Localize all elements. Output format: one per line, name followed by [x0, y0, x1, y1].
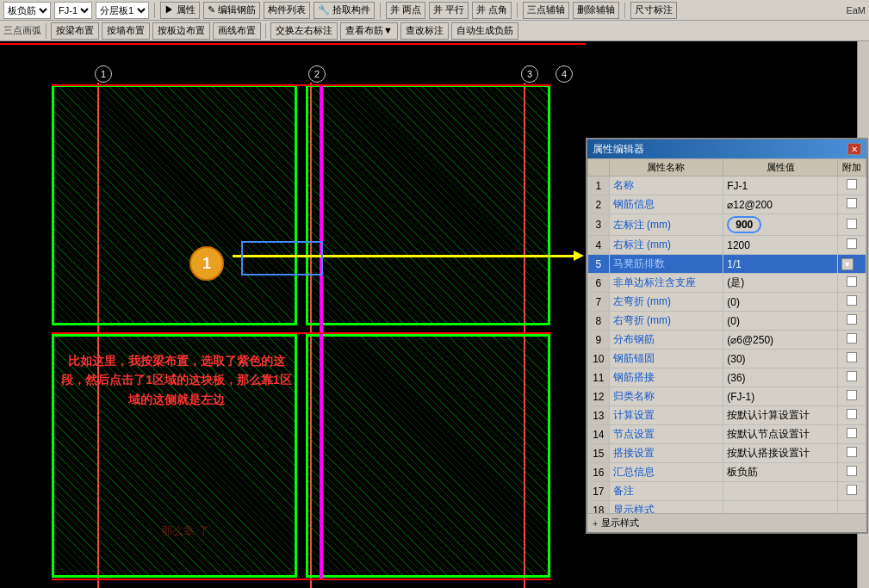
ruler-mark-2: 2 — [308, 65, 326, 83]
edit-rebar-btn[interactable]: ✎ 编辑钢筋 — [203, 2, 260, 19]
row-add-checkbox[interactable] — [837, 293, 866, 312]
row-property-name: 钢筋信息 — [609, 195, 723, 214]
table-row: 9分布钢筋(⌀6@250) — [588, 331, 866, 350]
add-checkbox[interactable] — [847, 466, 857, 476]
add-checkbox[interactable] — [847, 198, 857, 208]
row-property-value[interactable]: 1/1 — [723, 255, 838, 274]
add-checkbox[interactable] — [847, 219, 857, 229]
annotation-faded: 那么靠 了 — [78, 523, 293, 539]
row-add-checkbox[interactable] — [837, 331, 866, 350]
delete-axis-btn[interactable]: 删除辅轴 — [573, 2, 619, 19]
row-property-name: 搭接设置 — [609, 444, 723, 463]
dropdown-arrow-icon[interactable]: ▼ — [841, 258, 853, 270]
row-property-value: 按默认计算设置计 — [723, 406, 838, 425]
add-checkbox[interactable] — [847, 447, 857, 457]
row-property-value: (30) — [723, 350, 838, 368]
toolbar-primary: 板负筋 FJ-1 分层板1 ▶ 属性 ✎ 编辑钢筋 构件列表 🔧 拾取构件 并 … — [0, 0, 869, 21]
check-rebar-btn[interactable]: 查看布筋▼ — [340, 22, 398, 40]
row-add-checkbox[interactable] — [837, 406, 866, 425]
row-add-checkbox[interactable] — [837, 463, 866, 482]
row-add-checkbox[interactable] — [837, 482, 866, 501]
layer-select[interactable]: 分层板1 — [96, 2, 149, 19]
row-num: 9 — [588, 331, 610, 350]
by-wall-btn[interactable]: 按墙布置 — [102, 22, 150, 40]
table-row: 1名称FJ-1 — [588, 176, 866, 195]
add-checkbox[interactable] — [847, 428, 857, 438]
row-property-value: FJ-1 — [723, 176, 838, 195]
row-num: 5 — [588, 255, 610, 274]
exchange-lr-btn[interactable]: 交换左右标注 — [270, 22, 338, 40]
row-num: 7 — [588, 293, 610, 312]
row-add-checkbox[interactable] — [837, 387, 866, 406]
separator1 — [154, 3, 155, 18]
row-add-checkbox[interactable] — [837, 368, 866, 387]
add-checkbox[interactable] — [847, 390, 857, 400]
add-checkbox[interactable] — [847, 333, 857, 344]
add-checkbox[interactable] — [847, 238, 857, 249]
row-property-value[interactable]: 900 — [723, 214, 838, 236]
row-add-checkbox[interactable] — [837, 195, 866, 214]
component-list-btn[interactable]: 构件列表 — [264, 2, 310, 19]
row-add-checkbox[interactable] — [837, 176, 866, 195]
selection-rect — [241, 241, 323, 275]
row-property-name: 钢筋搭接 — [609, 368, 723, 387]
row-property-name: 名称 — [609, 176, 723, 195]
row-property-value: (36) — [723, 368, 838, 387]
add-checkbox[interactable] — [847, 295, 857, 306]
rebar-name-select[interactable]: FJ-1 — [54, 2, 92, 19]
row-add-checkbox[interactable] — [837, 236, 866, 255]
row-add-checkbox[interactable] — [837, 444, 866, 463]
table-row: 3左标注 (mm)900 — [588, 214, 866, 236]
property-editor-panel: 属性编辑器 ✕ 属性名称 属性值 附加 1名称FJ-12钢筋信息⌀12@2003… — [586, 138, 868, 534]
row-add-checkbox[interactable]: ▼ — [837, 255, 866, 274]
row-property-value: 1200 — [723, 236, 838, 255]
check-modify-btn[interactable]: 查改标注 — [400, 22, 449, 40]
add-checkbox[interactable] — [847, 485, 857, 495]
row-property-name: 左标注 (mm) — [609, 214, 723, 236]
point-angle-btn[interactable]: 并 点角 — [472, 2, 512, 19]
add-checkbox[interactable] — [847, 371, 857, 381]
row-num: 8 — [588, 312, 610, 331]
add-checkbox[interactable] — [847, 314, 857, 325]
by-beam-btn[interactable]: 按梁布置 — [51, 22, 99, 40]
rebar-type-select[interactable]: 板负筋 — [3, 2, 51, 19]
property-editor-close-btn[interactable]: ✕ — [847, 143, 861, 155]
row-property-value: (FJ-1) — [723, 387, 838, 406]
pick-component-btn[interactable]: 🔧 拾取构件 — [313, 2, 375, 19]
draw-line-btn[interactable]: 画线布置 — [213, 22, 261, 40]
row-add-checkbox[interactable] — [837, 350, 866, 368]
annotation-main: 比如这里，我按梁布置，选取了紫色的这段，然后点击了1区域的这块板，那么靠1区域的… — [60, 351, 293, 409]
add-checkbox[interactable] — [847, 409, 857, 419]
row-property-value: ⌀12@200 — [723, 195, 838, 214]
row-num: 15 — [588, 444, 610, 463]
row-property-name: 汇总信息 — [609, 463, 723, 482]
row-add-checkbox[interactable] — [837, 214, 866, 236]
add-checkbox[interactable] — [847, 276, 857, 287]
add-checkbox[interactable] — [847, 352, 857, 362]
three-axis-btn[interactable]: 三点辅轴 — [523, 2, 569, 19]
property-table: 属性名称 属性值 附加 1名称FJ-12钢筋信息⌀12@2003左标注 (mm)… — [587, 158, 866, 513]
property-btn[interactable]: ▶ 属性 — [160, 2, 200, 19]
row-add-checkbox[interactable] — [837, 312, 866, 331]
red-horizontal-mid — [52, 332, 551, 334]
row-property-value: (是) — [723, 274, 838, 293]
ruler-mark-1: 1 — [95, 65, 112, 83]
property-footer: + 显示样式 — [587, 513, 866, 532]
row-property-name: 分布钢筋 — [609, 331, 723, 350]
add-checkbox[interactable] — [847, 179, 857, 189]
table-row: 5马凳筋排数1/1▼ — [588, 255, 866, 274]
footer-label: 显示样式 — [601, 517, 639, 529]
row-add-checkbox[interactable] — [837, 274, 866, 293]
row-property-value: (0) — [723, 293, 838, 312]
two-points-btn[interactable]: 并 两点 — [386, 2, 425, 19]
dimension-btn[interactable]: 尺寸标注 — [630, 2, 677, 19]
row-num: 1 — [588, 176, 610, 195]
row-property-name: 右弯折 (mm) — [609, 312, 723, 331]
auto-generate-btn[interactable]: 自动生成负筋 — [451, 22, 518, 40]
parallel-btn[interactable]: 并 平行 — [429, 2, 469, 19]
ruler-mark-4: 4 — [556, 65, 573, 83]
row-add-checkbox[interactable] — [837, 501, 866, 514]
by-panel-btn[interactable]: 按板边布置 — [152, 22, 210, 40]
row-add-checkbox[interactable] — [837, 425, 866, 444]
table-row: 8右弯折 (mm)(0) — [588, 312, 866, 331]
